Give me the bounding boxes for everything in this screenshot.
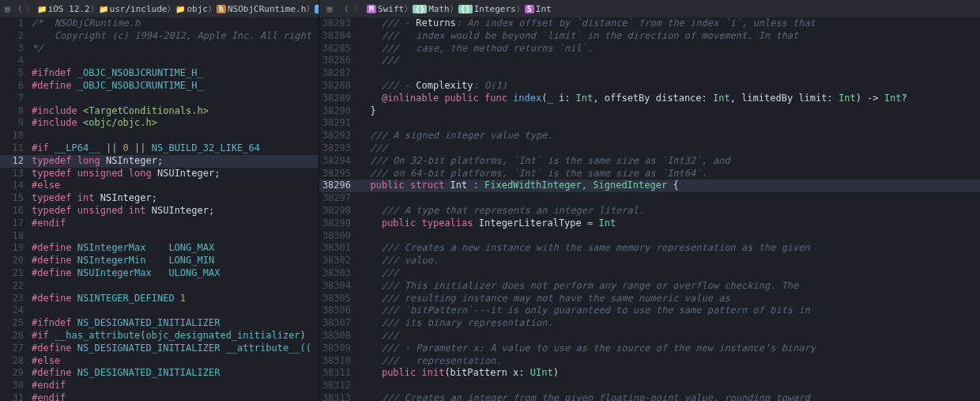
code-line[interactable]: 24 [0, 305, 318, 317]
line-content[interactable]: /// `bitPattern`---it is only guaranteed… [359, 305, 980, 317]
code-line[interactable]: 38295 /// on 64-bit platforms, `Int` is … [319, 168, 980, 180]
line-content[interactable]: #else [32, 180, 318, 192]
code-line[interactable]: 38287 [319, 67, 980, 80]
code-line[interactable]: 9#include <objc/objc.h> [0, 117, 318, 130]
line-content[interactable]: /// - Returns: An index offset by `dista… [359, 17, 980, 30]
layout-icon[interactable]: ▦ [324, 4, 335, 14]
code-line[interactable]: 38284 /// index would be beyond `limit` … [319, 30, 980, 43]
code-line[interactable]: 38298 /// A type that represents an inte… [319, 205, 980, 218]
code-line[interactable]: 4 [0, 55, 318, 67]
code-line[interactable]: 16typedef unsigned int NSUInteger; [0, 205, 318, 218]
code-line[interactable]: 38302 /// value. [319, 255, 980, 267]
code-line[interactable]: 38294 /// On 32-bit platforms, `Int` is … [319, 155, 980, 168]
code-line[interactable]: 18 [0, 230, 318, 243]
crumb-item[interactable]: SInt [525, 4, 552, 14]
code-line[interactable]: 28#else [0, 355, 318, 368]
line-content[interactable]: public init(bitPattern x: UInt) [359, 367, 980, 380]
crumb-item[interactable]: MSwift [367, 4, 404, 14]
code-line[interactable]: 38306 /// `bitPattern`---it is only guar… [319, 305, 980, 317]
line-content[interactable]: public typealias IntegerLiteralType = In… [359, 218, 980, 230]
line-content[interactable]: /// its binary representation. [359, 317, 980, 330]
right-code-area[interactable]: 38283 /// - Returns: An index offset by … [319, 17, 980, 401]
code-line[interactable]: 10 [0, 130, 318, 142]
line-content[interactable]: typedef unsigned long NSUInteger; [32, 168, 318, 180]
code-line[interactable]: 38313 /// Creates an integer from the gi… [319, 392, 980, 401]
code-line[interactable]: 38286 /// [319, 55, 980, 67]
code-line[interactable]: 30#endif [0, 380, 318, 392]
code-line[interactable]: 13typedef unsigned long NSUInteger; [0, 168, 318, 180]
line-content[interactable]: /// A signed integer value type. [359, 130, 980, 142]
crumb-item[interactable]: 📁iOS 12.2 [37, 4, 90, 14]
code-line[interactable]: 19#define NSIntegerMax LONG_MAX [0, 242, 318, 255]
line-content[interactable]: #if __has_attribute(objc_designated_init… [32, 330, 318, 342]
line-content[interactable]: #else [32, 355, 318, 368]
line-content[interactable]: #ifndef NS_DESIGNATED_INITIALIZER [32, 317, 318, 330]
code-line[interactable]: 5#ifndef _OBJC_NSOBJCRUNTIME_H_ [0, 67, 318, 80]
code-line[interactable]: 21#define NSUIntegerMax ULONG_MAX [0, 267, 318, 280]
line-content[interactable]: #ifndef _OBJC_NSOBJCRUNTIME_H_ [32, 67, 318, 80]
crumb-item[interactable]: TNS [315, 4, 318, 14]
nav-back-icon[interactable]: 〈 [338, 3, 349, 15]
line-content[interactable]: #define NSUIntegerMax ULONG_MAX [32, 267, 318, 280]
line-content[interactable]: /// This initializer does not perform an… [359, 280, 980, 293]
code-line[interactable]: 38307 /// its binary representation. [319, 317, 980, 330]
code-line[interactable]: 38304 /// This initializer does not perf… [319, 280, 980, 293]
crumb-item[interactable]: hNSObjCRuntime.h [217, 4, 306, 14]
code-line[interactable]: 20#define NSIntegerMin LONG_MIN [0, 255, 318, 267]
line-content[interactable]: #define NSIntegerMax LONG_MAX [32, 242, 318, 255]
code-line[interactable]: 26#if __has_attribute(objc_designated_in… [0, 330, 318, 342]
crumb-item[interactable]: 📁objc [175, 4, 208, 14]
line-content[interactable]: Copyright (c) 1994-2012, Apple Inc. All … [32, 30, 318, 43]
code-line[interactable]: 38301 /// Creates a new instance with th… [319, 242, 980, 255]
line-content[interactable]: #define _OBJC_NSOBJCRUNTIME_H_ [32, 80, 318, 93]
code-line[interactable]: 3*/ [0, 43, 318, 55]
code-line[interactable]: 38303 /// [319, 267, 980, 280]
code-line[interactable]: 29#define NS_DESIGNATED_INITIALIZER [0, 367, 318, 380]
line-content[interactable]: /// [359, 142, 980, 155]
code-line[interactable]: 38289 @inlinable public func index(_ i: … [319, 93, 980, 105]
code-line[interactable]: 38299 public typealias IntegerLiteralTyp… [319, 218, 980, 230]
line-content[interactable]: #endif [32, 218, 318, 230]
line-content[interactable]: /* NSObjCRuntime.h [32, 17, 318, 30]
code-line[interactable]: 38296 public struct Int : FixedWidthInte… [319, 180, 980, 192]
line-content[interactable]: #include <TargetConditionals.h> [32, 105, 318, 118]
line-content[interactable]: /// index would be beyond `limit` in the… [359, 30, 980, 43]
line-content[interactable]: /// [359, 330, 980, 342]
code-line[interactable]: 8#include <TargetConditionals.h> [0, 105, 318, 118]
code-line[interactable]: 23#define NSINTEGER_DEFINED 1 [0, 293, 318, 305]
line-content[interactable]: /// - Complexity: O(1) [359, 80, 980, 93]
line-content[interactable]: #endif [32, 392, 318, 401]
code-line[interactable]: 22 [0, 280, 318, 293]
code-line[interactable]: 38293 /// [319, 142, 980, 155]
line-content[interactable]: /// case, the method returns `nil`. [359, 43, 980, 55]
line-content[interactable]: } [359, 105, 980, 118]
line-content[interactable]: /// [359, 267, 980, 280]
line-content[interactable]: typedef unsigned int NSUInteger; [32, 205, 318, 218]
line-content[interactable]: /// Creates an integer from the given fl… [359, 392, 980, 401]
line-content[interactable]: /// value. [359, 255, 980, 267]
code-line[interactable]: 38312 [319, 380, 980, 392]
code-line[interactable]: 12typedef long NSInteger; [0, 155, 318, 168]
line-content[interactable]: /// - Parameter x: A value to use as the… [359, 342, 980, 355]
code-line[interactable]: 38283 /// - Returns: An index offset by … [319, 17, 980, 30]
breadcrumb[interactable]: 📁iOS 12.2〉📁usr/include〉📁objc〉hNSObjCRunt… [37, 3, 318, 15]
code-line[interactable]: 2 Copyright (c) 1994-2012, Apple Inc. Al… [0, 30, 318, 43]
crumb-item[interactable]: {}Integers [458, 4, 516, 14]
code-line[interactable]: 17#endif [0, 218, 318, 230]
crumb-item[interactable]: 📁usr/include [99, 4, 168, 14]
line-content[interactable]: #define NS_DESIGNATED_INITIALIZER [32, 367, 318, 380]
code-line[interactable]: 38290 } [319, 105, 980, 118]
code-line[interactable]: 38300 [319, 230, 980, 243]
line-content[interactable]: /// on 64-bit platforms, `Int` is the sa… [359, 168, 980, 180]
line-content[interactable]: #define NSIntegerMin LONG_MIN [32, 255, 318, 267]
line-content[interactable]: #endif [32, 380, 318, 392]
code-line[interactable]: 38291 [319, 117, 980, 130]
line-content[interactable]: /// resulting instance may not have the … [359, 293, 980, 305]
line-content[interactable]: /// On 32-bit platforms, `Int` is the sa… [359, 155, 980, 168]
line-content[interactable]: #include <objc/objc.h> [32, 117, 318, 130]
right-editor[interactable]: 38283 /// - Returns: An index offset by … [319, 17, 980, 401]
code-line[interactable]: 14#else [0, 180, 318, 192]
line-content[interactable]: typedef int NSInteger; [32, 192, 318, 205]
line-content[interactable]: #define NS_DESIGNATED_INITIALIZER __attr… [32, 342, 318, 355]
code-line[interactable]: 38305 /// resulting instance may not hav… [319, 293, 980, 305]
